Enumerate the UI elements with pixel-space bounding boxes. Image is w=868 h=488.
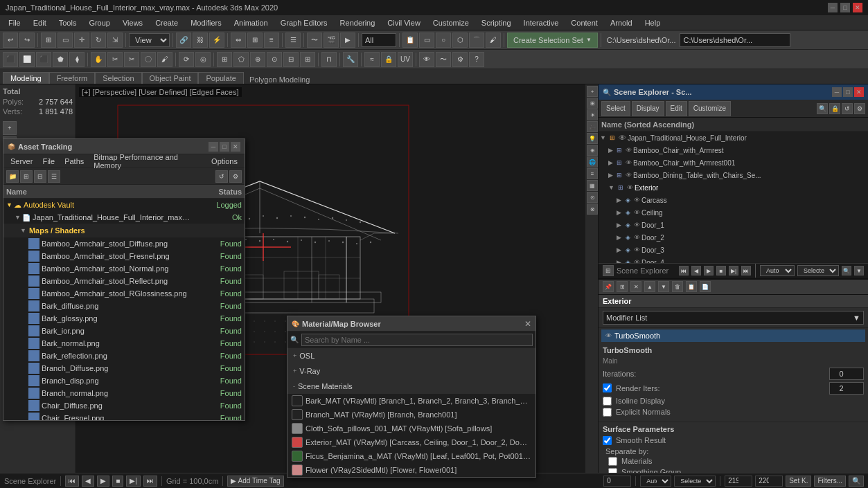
vpr-2[interactable]: ⊞ (587, 98, 598, 109)
bb-nav-next[interactable]: ▶| (126, 476, 141, 487)
vpr-3[interactable]: ☀ (587, 109, 598, 120)
mod-move-up-btn[interactable]: ▲ (644, 281, 655, 292)
at-menu-paths[interactable]: Paths (60, 156, 88, 167)
at-restore-btn[interactable]: □ (220, 142, 229, 152)
at-menu-file[interactable]: File (38, 156, 59, 167)
help2-btn[interactable]: ? (469, 52, 484, 67)
se-row-0[interactable]: ▶⊞👁Bamboo_Chair_with_Armrest (599, 144, 868, 156)
se-max-btn[interactable]: □ (843, 87, 853, 97)
tab-freeform[interactable]: Freeform (49, 72, 96, 84)
select-by-name-btn[interactable]: 📋 (402, 33, 418, 48)
at-menu-server[interactable]: Server (6, 156, 37, 167)
grab-btn[interactable]: ✋ (91, 52, 106, 67)
se-eye-4[interactable]: 👁 (634, 197, 640, 204)
at-row-vault[interactable]: ▼ ☁ Autodesk Vault Logged (3, 199, 245, 211)
at-menu-options[interactable]: Options (207, 156, 242, 167)
select-region-btn[interactable]: ▭ (57, 33, 73, 48)
at-tb-4[interactable]: ☰ (48, 170, 60, 183)
mb-close-btn[interactable]: ✕ (524, 319, 531, 329)
se-eye-8[interactable]: 👁 (634, 246, 640, 253)
mb-osl-header[interactable]: + OSL (290, 350, 533, 362)
se-refresh-btn[interactable]: ↺ (842, 103, 853, 114)
se-row-1[interactable]: ▶⊞👁Bamboo_Chair_with_Armrest001 (599, 156, 868, 169)
mb-search-input[interactable] (301, 334, 533, 346)
menu-scripting[interactable]: Scripting (476, 17, 517, 28)
at-row-4[interactable]: Bamboo_Armchair_stool_RGlossiness.pngFou… (3, 287, 245, 300)
mirror-btn[interactable]: ⇔ (231, 33, 246, 48)
bb-coord-x[interactable] (725, 476, 752, 487)
rect-select-btn[interactable]: ▭ (419, 33, 434, 48)
se-filter-btn[interactable]: 🔍 (817, 103, 828, 114)
at-row-12[interactable]: Branch_normal.pngFound (3, 387, 245, 399)
maximize-btn[interactable]: □ (840, 3, 850, 12)
mod-copy-btn[interactable]: 📋 (686, 281, 697, 292)
mb-scene-header[interactable]: - Scene Materials (290, 380, 533, 392)
se-edit-btn[interactable]: Edit (666, 101, 687, 116)
se-row-3[interactable]: ▼⊞👁Exterior (599, 181, 868, 194)
move-btn[interactable]: ✛ (74, 33, 89, 48)
vpr-10[interactable]: ⊙ (587, 192, 598, 203)
reference-coord-select[interactable]: View World Local (129, 33, 170, 47)
menu-interactive[interactable]: Interactive (518, 17, 565, 28)
bb-zoom-btn[interactable]: 🔍 (849, 476, 864, 487)
quickslice-btn[interactable]: ✂ (107, 52, 123, 67)
at-row-13[interactable]: Chair_Diffuse.pngFound (3, 399, 245, 412)
use-nurms-btn[interactable]: 〜 (436, 52, 451, 67)
at-tb-6[interactable]: ⚙ (229, 170, 242, 183)
menu-civil-view[interactable]: Civil View (382, 17, 425, 28)
paint-deform-btn[interactable]: 🖌 (157, 52, 172, 67)
mod-list-dropdown[interactable]: Modifier List ▼ (603, 311, 864, 325)
menu-edit[interactable]: Edit (28, 17, 52, 28)
menu-arnold[interactable]: Arnold (605, 17, 638, 28)
se-lock-btn[interactable]: 🔒 (829, 103, 840, 114)
at-row-7[interactable]: Bark_ior.pngFound (3, 325, 245, 337)
vpr-5[interactable]: 💡 (587, 133, 598, 144)
edge-btn[interactable]: ⬜ (19, 52, 35, 67)
at-row-project[interactable]: ▼ 📄 Japan_Traditional_House_Full_Interio… (3, 211, 245, 224)
se-row-6[interactable]: ▶◈👁Door_1 (599, 219, 868, 231)
ts-isoline-check[interactable] (603, 397, 612, 406)
menu-create[interactable]: Create (150, 17, 184, 28)
mod-remove-btn[interactable]: ✕ (630, 281, 641, 292)
at-row-1[interactable]: Bamboo_Armchair_stool_Fresnel.pngFound (3, 250, 245, 262)
mod-delete-btn[interactable]: 🗑 (672, 281, 683, 292)
close-btn[interactable]: ✕ (853, 3, 862, 12)
tab-modeling[interactable]: Modeling (3, 72, 49, 84)
se-nav-prev[interactable]: ◀ (691, 266, 701, 275)
turbos-mooth-stack-item[interactable]: 👁 TurboSmooth (601, 329, 865, 342)
ts-iter-input[interactable] (829, 368, 864, 380)
undo-btn[interactable]: ↩ (3, 33, 18, 48)
se-customize-btn[interactable]: Customize (689, 101, 731, 116)
se-eye-2[interactable]: 👁 (626, 172, 632, 179)
menu-modifiers[interactable]: Modifiers (185, 17, 227, 28)
se-search-btn[interactable]: 🔍 (842, 266, 851, 275)
bb-nav-last[interactable]: ⏭ (143, 476, 157, 487)
se-nav-next[interactable]: ▶| (729, 266, 738, 275)
se-row-5[interactable]: ▶◈👁Ceiling (599, 206, 868, 219)
se-eye-0[interactable]: 👁 (626, 147, 632, 154)
preserve-uvs-btn[interactable]: UV (398, 52, 413, 67)
at-row-14[interactable]: Chair_Fresnel.pngFound (3, 412, 245, 420)
minimize-btn[interactable]: ─ (828, 3, 838, 12)
menu-views[interactable]: Views (117, 17, 148, 28)
at-row-5[interactable]: Bark_diffuse.pngFound (3, 300, 245, 312)
unlink-btn[interactable]: ⛓ (193, 33, 208, 48)
border-btn[interactable]: ⬛ (36, 52, 51, 67)
at-tb-5[interactable]: ↺ (215, 170, 228, 183)
weld-btn[interactable]: ⊕ (250, 52, 265, 67)
se-row-4[interactable]: ▶◈👁Carcass (599, 194, 868, 206)
array-btn[interactable]: ⊞ (247, 33, 263, 48)
menu-tools[interactable]: Tools (53, 17, 82, 28)
bridge-btn[interactable]: ⊟ (283, 52, 299, 67)
menu-customize[interactable]: Customize (427, 17, 475, 28)
at-menu-bitmap[interactable]: Bitmap Performance and Memory (89, 152, 206, 171)
select-obj-btn[interactable]: ⊞ (41, 33, 56, 48)
bb-frame-input[interactable] (603, 476, 631, 487)
at-row-3[interactable]: Bamboo_Armchair_stool_Reflect.pngFound (3, 275, 245, 287)
menu-rendering[interactable]: Rendering (335, 17, 381, 28)
redo-btn[interactable]: ↪ (19, 33, 35, 48)
bb-auto-select[interactable]: Auto (640, 476, 671, 487)
se-eye-5[interactable]: 👁 (634, 209, 640, 216)
at-tb-1[interactable]: 📁 (6, 170, 19, 183)
se-nav-stop[interactable]: ■ (716, 266, 726, 275)
